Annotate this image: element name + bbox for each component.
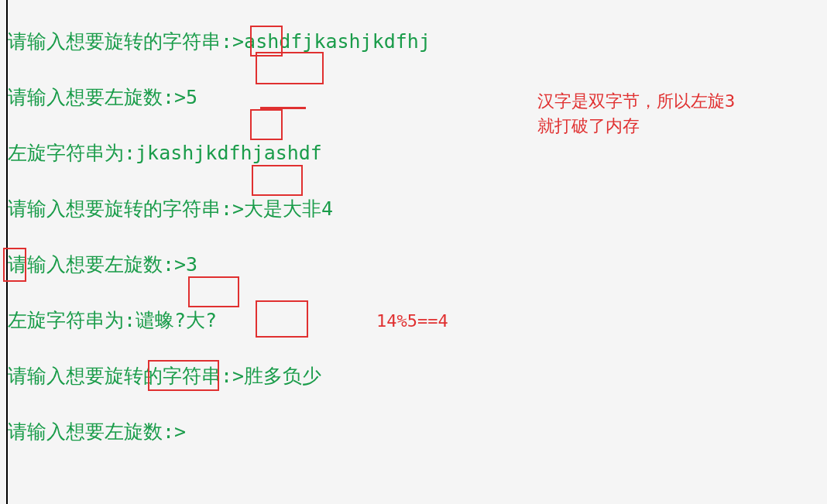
prompt-result: 左旋字符串为: (8, 309, 136, 331)
input-string-value: 胜多负少 (244, 365, 321, 387)
annotation-hanzi-line1: 汉字是双字节，所以左旋3 (537, 90, 735, 113)
prompt-result: 左旋字符串为: (8, 142, 136, 164)
console-line: 请输入想要旋转的字符串:>胜多负少 (8, 362, 827, 390)
shift-value: 3 (186, 253, 197, 276)
console-line-blank (8, 474, 827, 502)
shift-value: 5 (186, 86, 197, 108)
annotation-hanzi-line2: 就打破了内存 (537, 115, 640, 138)
console-line: 请输入想要旋转的字符串:>ashdfjkashjkdfhj (8, 28, 827, 56)
prompt-enter-string: 请输入想要旋转的字符串:> (8, 365, 244, 387)
prompt-enter-shift: 请输入想要左旋数:> (8, 420, 186, 443)
console-line: 请输入想要旋转的字符串:>大是大非4 (8, 195, 827, 223)
console-line: 请输入想要左旋数:> (8, 418, 827, 446)
annotation-mod: 14%5==4 (376, 310, 448, 333)
console-line: 请输入想要左旋数:>3 (8, 251, 827, 279)
prompt-enter-string: 请输入想要旋转的字符串:> (8, 30, 244, 53)
console-output: 请输入想要旋转的字符串:>ashdfjkashjkdfhj 请输入想要左旋数:>… (6, 0, 827, 504)
input-string-value: ashdfjkashjkdfhj (244, 30, 431, 53)
result-value: 谴蟓?大? (136, 309, 217, 331)
result-value: jkashjkdfhjashdf (136, 142, 322, 164)
prompt-enter-shift: 请输入想要左旋数:> (8, 86, 186, 108)
console-line: 左旋字符串为:jkashjkdfhjashdf (8, 139, 827, 167)
input-string-value: 大是大非4 (244, 197, 333, 220)
prompt-enter-string: 请输入想要旋转的字符串:> (8, 197, 244, 220)
prompt-enter-shift: 请输入想要左旋数:> (8, 253, 186, 276)
